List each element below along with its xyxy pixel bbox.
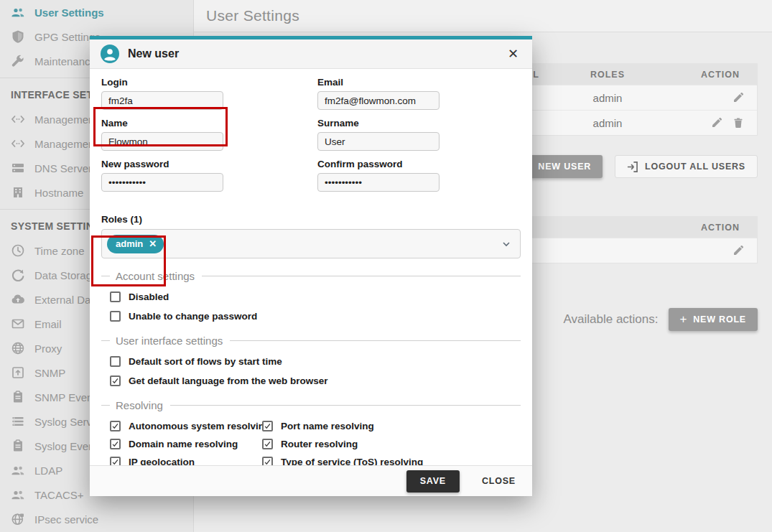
disabled-checkbox[interactable]	[110, 291, 121, 302]
form-field-confirm-password: Confirm password	[317, 158, 440, 192]
checkbox-row-default-sort-of-flows-by-start-time: Default sort of flows by start time	[110, 354, 521, 368]
login-input[interactable]	[101, 91, 223, 110]
confirm-password-input[interactable]	[317, 173, 440, 192]
checkbox-label: Disabled	[129, 291, 169, 302]
form-field-email: Email	[317, 76, 440, 110]
sidebar-item-label: Data Storage	[34, 269, 98, 281]
sidebar-item-label: User Settings	[34, 6, 104, 19]
dialog-footer: SAVE CLOSE	[90, 465, 532, 496]
role-chip-admin[interactable]: admin✕	[107, 235, 164, 253]
ethernet-icon	[11, 136, 25, 151]
chip-remove-icon[interactable]: ✕	[149, 238, 157, 249]
globe-icon	[11, 341, 25, 355]
roles-label: Roles (1)	[101, 214, 521, 225]
sidebar-item-label: TACACS+	[34, 489, 84, 501]
new-password-label: New password	[101, 159, 223, 169]
sidebar-item-label: SNMP	[34, 367, 65, 379]
section-legend-label: User interface settings	[116, 335, 223, 347]
default-sort-of-flows-by-start-time-checkbox[interactable]	[110, 356, 121, 367]
cloud-upload-icon	[11, 292, 25, 307]
save-button[interactable]: SAVE	[406, 470, 460, 493]
cell-action	[676, 117, 757, 129]
new-role-button[interactable]: + NEW ROLE	[669, 308, 758, 331]
email-input[interactable]	[317, 91, 440, 110]
delete-icon[interactable]	[733, 117, 744, 129]
new-password-input[interactable]	[101, 173, 223, 192]
checkbox-label: Autonomous system resolving	[129, 421, 270, 431]
name-label: Name	[101, 118, 223, 129]
users-icon	[11, 463, 25, 477]
router-resolving-checkbox[interactable]	[262, 439, 273, 449]
dialog-body: LoginEmailNameSurnameNew passwordConfirm…	[90, 69, 532, 469]
sidebar-item-user-settings[interactable]: User Settings	[0, 0, 193, 24]
sidebar-item-label: DNS Servers	[34, 162, 98, 174]
checkbox-row-port-name-resolving: Port name resolving	[262, 419, 521, 433]
unable-to-change-password-checkbox[interactable]	[110, 311, 121, 322]
wrench-icon	[11, 54, 25, 68]
checkbox-row-disabled: Disabled	[110, 289, 521, 304]
column-header-roles: ROLES	[539, 70, 676, 80]
sidebar-item-label: LDAP	[34, 465, 62, 477]
sidebar-item-label: Time zone	[34, 245, 84, 257]
sidebar-item-ipsec-service[interactable]: IPsec service	[0, 507, 193, 531]
form-field-surname: Surname	[317, 117, 440, 151]
logout-all-users-button[interactable]: LOGOUT ALL USERS	[615, 155, 758, 178]
form-field-login: Login	[101, 76, 223, 110]
clipboard-icon	[11, 390, 25, 404]
checkbox-label: Domain name resolving	[129, 439, 238, 449]
section-legend-label: Resolving	[116, 399, 163, 411]
clock-icon	[11, 243, 25, 258]
form-field-new-password: New password	[101, 158, 223, 192]
cell-roles: admin	[539, 92, 676, 104]
server-icon	[11, 161, 25, 175]
close-button[interactable]: CLOSE	[482, 476, 516, 486]
plus-icon: +	[680, 312, 688, 327]
shield-icon	[11, 29, 25, 44]
roles-actions-row: Available actions: + NEW ROLE	[564, 308, 758, 331]
sidebar-item-label: IPsec service	[34, 513, 98, 526]
envelope-icon	[11, 317, 25, 331]
checkbox-row-domain-name-resolving: Domain name resolving	[110, 437, 254, 451]
autonomous-system-resolving-checkbox[interactable]	[110, 421, 121, 431]
form-field-name: Name	[101, 117, 223, 151]
name-input[interactable]	[101, 132, 223, 151]
page-title: User Settings	[206, 7, 299, 24]
sidebar-item-label: Proxy	[34, 342, 62, 355]
section-legend: Resolving	[101, 399, 521, 411]
surname-input[interactable]	[317, 132, 440, 151]
cell-action	[676, 92, 757, 103]
dialog-title: New user	[128, 47, 505, 60]
edit-icon[interactable]	[733, 92, 744, 103]
new-user-dialog: New user ✕ LoginEmailNameSurnameNew pass…	[90, 36, 532, 496]
checkbox-label: Default sort of flows by start time	[129, 356, 282, 367]
upload-box-icon	[11, 365, 25, 380]
chevron-down-icon[interactable]	[501, 239, 511, 249]
role-chip-label: admin	[116, 238, 143, 249]
section-account-settings: Account settingsDisabledUnable to change…	[101, 270, 521, 323]
section-legend-label: Account settings	[116, 270, 195, 282]
close-icon[interactable]: ✕	[505, 46, 521, 62]
building-icon	[11, 185, 25, 200]
checkbox-label: Unable to change password	[129, 311, 257, 322]
checkbox-row-autonomous-system-resolving: Autonomous system resolving	[110, 419, 254, 433]
column-header-action: ACTION	[658, 223, 757, 233]
section-resolving: ResolvingAutonomous system resolvingPort…	[101, 399, 521, 469]
logout-icon	[627, 162, 638, 172]
checkbox-label: Port name resolving	[281, 421, 374, 431]
edit-icon[interactable]	[711, 117, 722, 129]
email-label: Email	[317, 77, 440, 88]
column-header-action: ACTION	[676, 70, 757, 80]
dialog-header: New user ✕	[90, 39, 532, 69]
available-actions-label: Available actions:	[564, 312, 659, 327]
get-default-language-from-the-web-browser-checkbox[interactable]	[110, 375, 121, 386]
checkbox-row-router-resolving: Router resolving	[262, 437, 521, 451]
domain-name-resolving-checkbox[interactable]	[110, 439, 121, 449]
refresh-icon	[11, 268, 25, 282]
login-label: Login	[101, 77, 223, 88]
checkbox-label: Router resolving	[281, 439, 358, 449]
roles-field: Roles (1) admin✕	[101, 214, 521, 258]
sidebar-item-label: Management	[34, 113, 98, 126]
roles-select[interactable]: admin✕	[101, 229, 521, 258]
edit-icon[interactable]	[733, 245, 744, 256]
port-name-resolving-checkbox[interactable]	[262, 421, 273, 431]
